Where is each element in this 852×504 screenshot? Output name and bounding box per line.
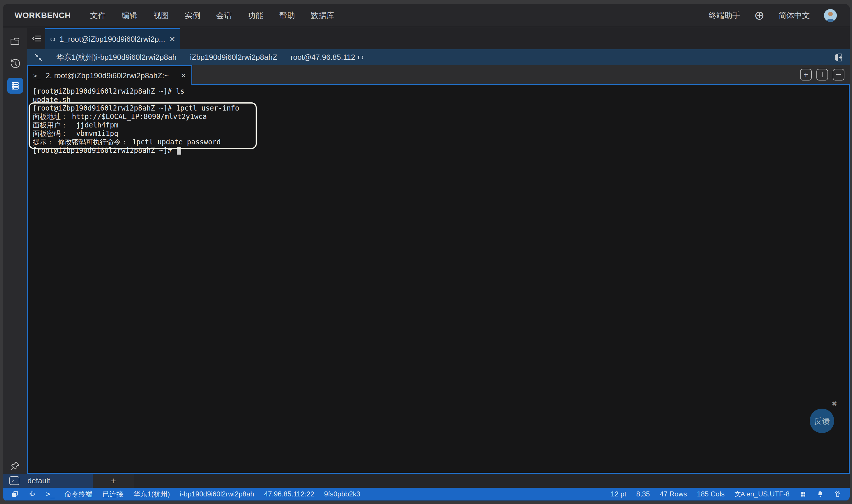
pin-sidebar-icon[interactable] (10, 461, 20, 471)
status-terminal-type: 命令终端 (65, 489, 92, 499)
activity-sidebar (3, 28, 27, 474)
server-list-active-item[interactable] (7, 78, 23, 94)
menu-edit[interactable]: 编辑 (122, 10, 138, 21)
feedback-button[interactable]: 反馈 (810, 409, 834, 433)
language-selector[interactable]: 简体中文 (779, 10, 810, 21)
terminal-tab-label: 2. root@iZbp190d9i60l2rwi2p8ahZ:~ (46, 71, 169, 80)
theme-tshirt-icon[interactable] (834, 490, 841, 498)
menubar-right: 终端助手 ⊕ 简体中文 (709, 9, 837, 22)
bell-icon[interactable] (816, 490, 824, 498)
terminal-line: 面板用户： jjdelh4fpm (33, 121, 849, 129)
feedback-widget: ✖ 反馈 (807, 399, 841, 433)
main-content: 1_root@iZbp190d9i60l2rwi2p... ✕ 华东1(杭州)i… (27, 28, 850, 474)
avatar-face (824, 9, 837, 22)
connection-login: root@47.96.85.112 (290, 53, 364, 62)
history-icon[interactable] (10, 58, 21, 69)
status-bar: >_ 命令终端 已连接 华东1(杭州) i-bp190d9i60l2rwi2p8… (3, 488, 850, 501)
add-session-group-button[interactable]: + (93, 474, 134, 488)
menu-database[interactable]: 数据库 (311, 10, 334, 21)
connection-bar: 华东1(杭州)i-bp190d9i60l2rwi2p8ah iZbp190d9i… (27, 49, 850, 65)
split-columns-icon[interactable] (816, 69, 828, 80)
new-terminal-tab-icon[interactable]: + (800, 69, 812, 80)
status-region: 华东1(杭州) (134, 489, 170, 499)
status-left-group: >_ 命令终端 已连接 华东1(杭州) i-bp190d9i60l2rwi2p8… (11, 489, 360, 499)
new-session-plus-icon[interactable]: ⊕ (754, 9, 764, 22)
status-rows: 47 Rows (660, 490, 687, 498)
status-cols: 185 Cols (697, 490, 725, 498)
touch-pointer-icon[interactable] (29, 490, 36, 498)
status-connection-state: 已连接 (102, 489, 123, 499)
menu-instance[interactable]: 实例 (185, 10, 200, 21)
session-tab-label: 1_root@iZbp190d9i60l2rwi2p... (59, 35, 165, 44)
menu-help[interactable]: 帮助 (279, 10, 295, 21)
menu-file[interactable]: 文件 (90, 10, 106, 21)
exit-session-icon[interactable] (833, 53, 843, 62)
menu-session[interactable]: 会话 (216, 10, 232, 21)
session-icon (357, 55, 364, 60)
terminal-cursor (177, 147, 181, 155)
terminal-line: update.sh (33, 96, 849, 104)
session-group-tab-default[interactable]: >_ default (3, 474, 93, 488)
split-rows-icon[interactable] (833, 69, 845, 80)
translate-icon: 文A (734, 490, 745, 499)
terminal-line: 面板密码： vbmvm1i1pq (33, 129, 849, 138)
terminal-prompt-icon: >_ (33, 72, 41, 79)
menu-bar: WORKBENCH 文件 编辑 视图 实例 会话 功能 帮助 数据库 终端助手 … (3, 4, 850, 27)
status-font-size[interactable]: 12 pt (611, 490, 626, 498)
terminal-tabrow-actions: + (192, 65, 850, 84)
server-list-icon (10, 80, 20, 91)
grid-apps-icon[interactable] (799, 490, 806, 498)
status-cursor-position: 8,35 (636, 490, 650, 498)
compress-icon[interactable] (34, 53, 43, 62)
terminal-assistant-button[interactable]: 终端助手 (709, 10, 740, 21)
connection-region-instance: 华东1(杭州)i-bp190d9i60l2rwi2p8ah (56, 52, 177, 62)
app-title: WORKBENCH (15, 11, 71, 20)
user-avatar[interactable] (824, 9, 837, 22)
terminal-mini-icon: >_ (9, 476, 19, 485)
files-icon[interactable] (10, 36, 21, 47)
status-session-id: 9fs0pbb2k3 (324, 490, 360, 498)
terminal-status-icon[interactable]: >_ (46, 490, 55, 498)
session-group-tab-label: default (28, 476, 50, 485)
session-icon (50, 36, 55, 43)
status-instance-id: i-bp190d9i60l2rwi2p8ah (180, 490, 254, 498)
menu-function[interactable]: 功能 (248, 10, 264, 21)
connection-hostname: iZbp190d9i60l2rwi2p8ahZ (190, 53, 277, 62)
terminal-tab-active[interactable]: >_ 2. root@iZbp190d9i60l2rwi2p8ahZ:~ ✕ (27, 65, 192, 85)
copy-layers-icon[interactable] (11, 490, 19, 498)
session-tab-close-icon[interactable]: ✕ (169, 35, 175, 43)
terminal-line: [root@iZbp190d9i60l2rwi2p8ahZ ~]# 1pctl … (33, 104, 849, 112)
status-right-group: 12 pt 8,35 47 Rows 185 Cols 文A en_US.UTF… (611, 490, 841, 499)
terminal-line: 面板地址： http://$LOCAL_IP:8090/mlvt2y1wca (33, 112, 849, 121)
terminal-line: [root@iZbp190d9i60l2rwi2p8ahZ ~]# ls (33, 87, 849, 96)
status-encoding[interactable]: 文A en_US.UTF-8 (734, 490, 789, 499)
terminal-panel: >_ 2. root@iZbp190d9i60l2rwi2p8ahZ:~ ✕ + (27, 65, 850, 474)
session-tab-bar: 1_root@iZbp190d9i60l2rwi2p... ✕ (27, 28, 850, 49)
terminal-tab-close-icon[interactable]: ✕ (181, 72, 186, 79)
terminal-prompt-line: [root@iZbp190d9i60l2rwi2p8ahZ ~]# (33, 146, 849, 155)
terminal-tab-row: >_ 2. root@iZbp190d9i60l2rwi2p8ahZ:~ ✕ + (27, 65, 850, 84)
session-tab-active[interactable]: 1_root@iZbp190d9i60l2rwi2p... ✕ (45, 28, 180, 49)
terminal-line: 提示： 修改密码可执行命令： 1pctl update password (33, 138, 849, 146)
collapse-list-icon[interactable] (28, 28, 45, 49)
status-address: 47.96.85.112:22 (264, 490, 314, 498)
menu-view[interactable]: 视图 (153, 10, 169, 21)
feedback-close-icon[interactable]: ✖ (832, 399, 837, 408)
terminal-screen[interactable]: [root@iZbp190d9i60l2rwi2p8ahZ ~]# ls upd… (27, 84, 850, 474)
bottom-session-bar: >_ default + (3, 474, 850, 488)
workbench-window: WORKBENCH 文件 编辑 视图 实例 会话 功能 帮助 数据库 终端助手 … (3, 4, 850, 501)
